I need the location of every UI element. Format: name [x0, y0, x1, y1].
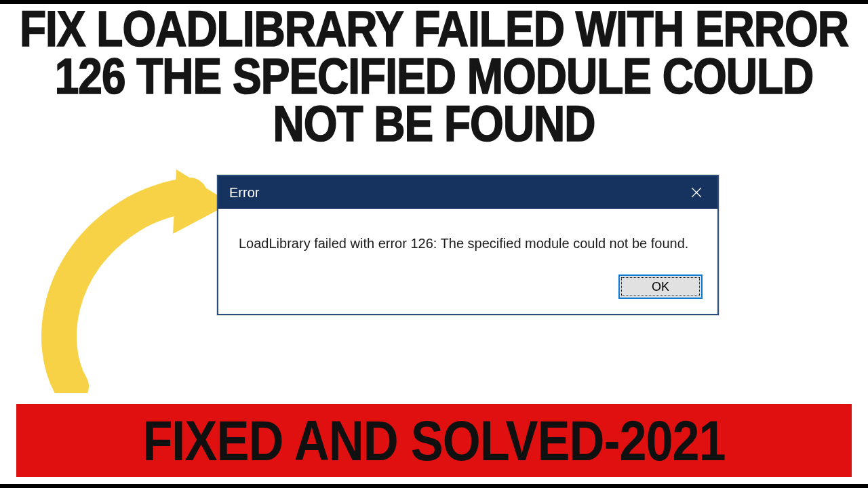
- dialog-message: LoadLibrary failed with error 126: The s…: [218, 209, 717, 266]
- dialog-titlebar[interactable]: Error: [218, 176, 717, 209]
- ok-button[interactable]: OK: [618, 274, 703, 299]
- error-dialog: Error LoadLibrary failed with error 126:…: [217, 175, 719, 315]
- close-button[interactable]: [678, 179, 715, 206]
- dialog-button-row: OK: [218, 266, 717, 314]
- solved-banner-text: FIXED AND SOLVED-2021: [142, 409, 725, 472]
- solved-banner: FIXED AND SOLVED-2021: [16, 404, 852, 477]
- svg-marker-0: [173, 169, 217, 234]
- thumbnail-headline: FIX LOADLIBRARY FAILED WITH ERROR 126 TH…: [14, 5, 854, 148]
- pointer-arrow-icon: [34, 169, 217, 393]
- dialog-title: Error: [229, 185, 259, 201]
- close-icon: [690, 186, 703, 199]
- frame-bar-bottom: [0, 484, 868, 488]
